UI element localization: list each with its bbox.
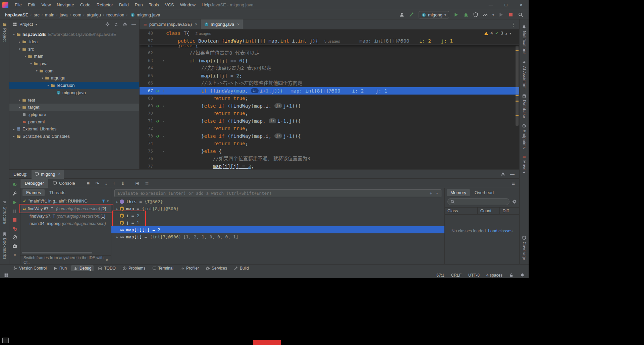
profiler-chevron-icon[interactable]: ▾ (492, 13, 494, 17)
line-number[interactable]: 66 (140, 79, 154, 87)
toolwindow-coverage[interactable]: Coverage (520, 236, 529, 260)
project-panel-title[interactable]: Project (19, 22, 33, 27)
line-number[interactable]: 67 (140, 87, 154, 95)
stack-frame[interactable]: ↩findWay:67, T (com.atguigu.recursion) [… (20, 205, 111, 213)
tree-item-migong-java[interactable]: Cmigong.java (9, 89, 139, 97)
bell-icon[interactable] (520, 273, 525, 277)
line-number[interactable]: 68 (140, 95, 154, 102)
warning-stripe-mark[interactable] (516, 50, 519, 51)
toolwindow-button-debug[interactable]: Debug (71, 265, 94, 271)
lock-icon[interactable] (509, 273, 514, 277)
toolwindow-button-services[interactable]: Services (203, 265, 229, 271)
line-number[interactable]: 48 (140, 30, 154, 37)
load-classes-link[interactable]: Load classes (488, 229, 513, 233)
menu-edit[interactable]: Edit (25, 0, 38, 10)
code-area[interactable]: 61 }else {62 //如果当前位置是0 代表可以走63▾ if (map… (140, 30, 519, 169)
line-number[interactable]: 74 (140, 140, 154, 148)
next-issue-icon[interactable]: ▾ (509, 32, 511, 35)
chevron-down-icon[interactable]: ▾ (23, 55, 28, 58)
resume-button[interactable] (12, 200, 17, 205)
tree-item-java[interactable]: ▾java (9, 60, 139, 67)
line-number[interactable]: 75 (140, 148, 154, 155)
line-number[interactable]: 70 (140, 110, 154, 117)
variable-map-i-j-[interactable]: map[i][j] = 2 (111, 226, 444, 233)
chevron-right-icon[interactable]: ▸ (17, 40, 22, 44)
close-icon[interactable]: × (237, 22, 239, 27)
hide-panel-icon[interactable]: — (131, 22, 136, 27)
line-number[interactable]: 69 (140, 102, 154, 110)
indent-setting[interactable]: 4 spaces (486, 273, 502, 278)
menu-code[interactable]: Code (77, 0, 94, 10)
debug-view-tab-debugger[interactable]: Debugger (20, 179, 48, 188)
tree-item-hspjavase[interactable]: ▾hspJavaSEE:\workplace01\javaSE\hspJavaS… (9, 31, 139, 38)
line-number[interactable]: 71 (140, 117, 154, 125)
coverage-button[interactable] (473, 12, 478, 17)
file-encoding[interactable]: UTF-8 (468, 273, 480, 278)
tree-item-external-libraries[interactable]: ▸External Libraries (9, 125, 139, 133)
editor-scrollbar[interactable] (515, 30, 519, 169)
user-icon[interactable] (399, 12, 405, 17)
chevron-down-icon[interactable]: ▾ (107, 199, 109, 203)
tree-item-pom-xml[interactable]: mpom.xml (9, 118, 139, 125)
recursion-gutter-icon[interactable]: ↺ (154, 87, 161, 95)
fold-marker-icon[interactable]: ▾ (161, 132, 166, 140)
close-icon[interactable]: × (106, 258, 108, 263)
pause-button[interactable] (12, 209, 17, 214)
warning-stripe-mark[interactable] (516, 95, 519, 96)
tree-item-test[interactable]: ▸test (9, 96, 139, 104)
breadcrumb-item[interactable]: atguigu (86, 12, 101, 17)
profiler-button[interactable] (483, 12, 488, 17)
memory-column-diff[interactable]: Diff (500, 208, 519, 214)
search-everywhere-icon[interactable] (518, 12, 523, 17)
toolwindow-button-profiler[interactable]: Profiler (178, 265, 201, 271)
toolwindow-button-version-control[interactable]: Version Control (11, 265, 49, 271)
minimize-button[interactable]: — (483, 0, 498, 10)
line-number[interactable]: 72 (140, 125, 154, 132)
gear-icon[interactable] (123, 22, 127, 26)
toolwindow-button-run[interactable]: Run (51, 265, 69, 271)
maximize-button[interactable]: □ (498, 0, 514, 10)
toolwindow-structure[interactable]: Structure (0, 200, 9, 224)
force-step-into-icon[interactable]: ⇓ (121, 181, 125, 186)
menu-view[interactable]: View (38, 0, 54, 10)
line-number[interactable]: 77 (140, 163, 154, 170)
tab-list-icon[interactable]: ⋮ (511, 22, 519, 27)
editor-tab-pom[interactable]: mpom.xml (hspJavaSE)× (140, 19, 201, 29)
more-icon[interactable]: » (13, 252, 16, 257)
menu-run[interactable]: Run (132, 0, 146, 10)
run-configuration-select[interactable]: C migong ▾ (419, 11, 449, 18)
layout-menu-icon[interactable]: ≡ (87, 181, 90, 186)
fold-marker-icon[interactable]: ▾ (161, 117, 166, 125)
stack-frame[interactable]: findWay:67, T (com.atguigu.recursion) [1… (20, 213, 111, 220)
toolwindow-endpoints[interactable]: Endpoints (520, 124, 529, 149)
breadcrumb-item[interactable]: src (33, 12, 40, 17)
breadcrumb-item[interactable]: hspJavaSE (5, 12, 29, 17)
menu-refactor[interactable]: Refactor (94, 0, 116, 10)
tree-item-main[interactable]: ▾main (9, 53, 139, 60)
chevron-right-icon[interactable]: ▸ (11, 127, 16, 131)
threads-view-icon[interactable]: ⊞ (135, 181, 139, 186)
line-number[interactable]: 62 (140, 49, 154, 57)
chevron-down-icon[interactable]: ▾ (40, 76, 45, 80)
tree-item-recursion[interactable]: ▾recursion (9, 82, 139, 89)
tree-item-com[interactable]: ▾com (9, 67, 139, 74)
chevron-down-icon[interactable]: ▾ (17, 47, 22, 51)
prev-issue-icon[interactable]: ▴ (505, 32, 507, 35)
toolwindow-button-problems[interactable]: Problems (120, 265, 148, 271)
toolwindow-database[interactable]: Database (520, 94, 529, 118)
filter-funnel-icon[interactable] (101, 199, 106, 203)
menu-file[interactable]: File (12, 0, 25, 10)
collapse-all-icon[interactable] (114, 22, 118, 26)
fold-marker-icon[interactable]: ▾ (161, 102, 166, 110)
layout-settings-icon[interactable]: ≣ (145, 181, 149, 186)
gear-icon[interactable] (512, 199, 517, 204)
stop-button[interactable] (508, 12, 514, 17)
add-watch-icon[interactable]: + (430, 191, 432, 196)
debug-session-tab[interactable]: migong × (32, 170, 64, 179)
tree-item--idea[interactable]: ▸.idea (9, 38, 139, 46)
line-number[interactable]: 61 (140, 45, 154, 49)
memory-column-count[interactable]: Count (478, 208, 500, 214)
run-button[interactable] (453, 12, 459, 17)
chevron-down-icon[interactable]: ▾ (29, 62, 34, 65)
line-number[interactable]: 73 (140, 132, 154, 140)
